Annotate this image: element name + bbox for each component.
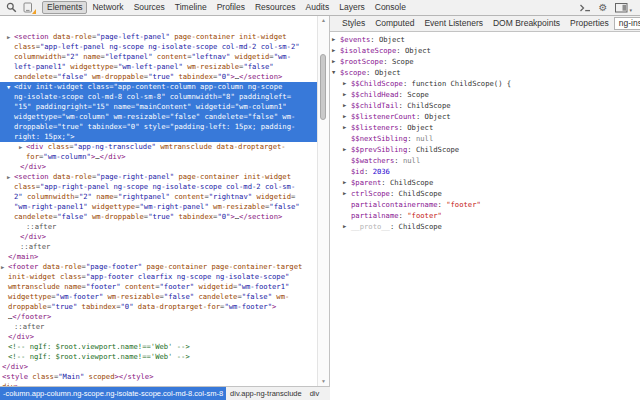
collapsed-arrow-icon[interactable]: ▶	[1, 262, 4, 272]
dock-side-icon[interactable]: ▾	[615, 3, 632, 13]
collapsed-arrow-icon[interactable]: ▶	[343, 111, 346, 122]
dom-tree-row[interactable]: init-widget class="app-footer clearfix n…	[0, 272, 317, 282]
collapsed-arrow-icon[interactable]: ▶	[332, 45, 335, 56]
dom-tree-row[interactable]: columnwidth="2" name="leftpanel" content…	[0, 52, 317, 62]
scope-property-row[interactable]: ▼$scope: Object	[330, 67, 640, 78]
tab-timeline[interactable]: Timeline	[170, 1, 212, 14]
dom-tree-row[interactable]: <!-- ngIf: $root.viewport.name!=='Web' -…	[0, 352, 317, 362]
dom-tree-row[interactable]: ▶<section data-role="page-left-panel" pa…	[0, 32, 317, 42]
sidebar-tab-properties[interactable]: Properties	[565, 17, 614, 30]
dom-tree-row[interactable]: class="app-right-panel ng-scope ng-isola…	[0, 182, 317, 192]
scope-property-row[interactable]: ▶ctrlScope: ChildScope	[330, 188, 640, 199]
dom-tree-row[interactable]: ▶<footer data-role="page-footer" page-co…	[0, 262, 317, 272]
scope-property-row[interactable]: ▶$$listeners: Object	[330, 122, 640, 133]
tab-elements[interactable]: Elements	[42, 1, 87, 14]
dom-tree-row-selected[interactable]: widgettype="wm-column" wm-resizable="fal…	[0, 112, 317, 122]
dom-tree-row[interactable]: </div>	[0, 162, 317, 172]
console-glyph	[579, 3, 591, 13]
console-drawer-icon[interactable]	[579, 0, 591, 17]
dom-tree-row-selected[interactable]: ▼<div init-widget class="app-content-col…	[0, 82, 317, 92]
scope-property-row[interactable]: ▶$$childHead: Scope	[330, 89, 640, 100]
expanded-arrow-icon[interactable]: ▼	[332, 67, 335, 78]
settings-gear-icon[interactable]: ⚙	[599, 3, 608, 13]
dock-caret-icon: ▾	[629, 7, 632, 13]
dom-tree-row[interactable]: ▶<div class="app-ng-transclude" wmtransc…	[0, 142, 317, 152]
scope-property-row[interactable]: ▶$$prevSibling: ChildScope	[330, 144, 640, 155]
tab-profiles[interactable]: Profiles	[212, 1, 250, 14]
dom-tree-row[interactable]: left-panel1" widgettype="wm-left-panel" …	[0, 62, 317, 72]
collapsed-arrow-icon[interactable]: ▶	[332, 34, 335, 45]
dom-tree-row[interactable]: ::after	[0, 222, 317, 232]
property-value: ChildScope	[407, 101, 450, 110]
collapsed-arrow-icon[interactable]: ▶	[332, 56, 335, 67]
collapsed-arrow-icon[interactable]: ▶	[343, 188, 346, 199]
scope-property-row[interactable]: ▶$isolateScope: Object	[330, 45, 640, 56]
dom-tree-row[interactable]: ▶<section data-role="page-right-panel" p…	[0, 172, 317, 182]
property-name: ctrlScope	[351, 189, 390, 198]
breadcrumb-item[interactable]: -column.app-column.ng-scope.ng-isolate-s…	[0, 387, 226, 400]
collapsed-arrow-icon[interactable]: ▶	[343, 89, 346, 100]
dom-tree-row[interactable]: <style class="Main" scoped></style>	[0, 372, 317, 382]
dom-tree-row[interactable]: widgettype="wm-footer" wm-resizable="fal…	[0, 292, 317, 302]
sidebar-tab-computed[interactable]: Computed	[370, 17, 419, 30]
collapsed-arrow-icon[interactable]: ▶	[19, 142, 22, 152]
dom-tree-row[interactable]: wmtransclude name="footer" content="foot…	[0, 282, 317, 292]
dom-tree-row[interactable]: 2" columnwidth="2" name="rightpanel" con…	[0, 192, 317, 202]
dom-tree-row[interactable]: candelete="false" wm-droppable="true" ta…	[0, 212, 317, 222]
scope-property-row[interactable]: ▶$events: Object	[330, 34, 640, 45]
dom-tree-row[interactable]: …</footer>	[0, 312, 317, 322]
scrollbar-down-arrow-icon[interactable]: ▼	[318, 377, 329, 386]
inspect-element-icon[interactable]	[4, 1, 19, 14]
scope-property-row[interactable]: ▶$$childTail: ChildScope	[330, 100, 640, 111]
breadcrumb-item[interactable]: div	[306, 387, 324, 400]
breadcrumb-item[interactable]: div.app-ng-transclude	[226, 387, 306, 400]
collapsed-arrow-icon[interactable]: ▶	[343, 122, 346, 133]
sidebar-tab-styles[interactable]: Styles	[337, 17, 370, 30]
sidebar-tab-dom-breakpoints[interactable]: DOM Breakpoints	[488, 17, 565, 30]
dom-tree-row[interactable]: </div>	[0, 362, 317, 372]
scrollbar-up-arrow-icon[interactable]: ▲	[318, 16, 329, 25]
property-value: Scope	[392, 57, 414, 66]
dom-tree-row[interactable]: class="app-left-panel ng-scope ng-isolat…	[0, 42, 317, 52]
dom-tree-row[interactable]: candelete="false" wm-droppable="true" ta…	[0, 72, 317, 82]
scope-property-row[interactable]: ▶$$ChildScope: function ChildScope() {	[330, 78, 640, 89]
tab-resources[interactable]: Resources	[250, 1, 301, 14]
property-value: null	[416, 134, 433, 143]
scope-property-row[interactable]: ▶$parent: ChildScope	[330, 177, 640, 188]
collapsed-arrow-icon[interactable]: ▶	[7, 32, 10, 42]
collapsed-arrow-icon[interactable]: ▶	[343, 221, 346, 232]
tab-layers[interactable]: Layers	[334, 1, 370, 14]
dom-tree-row-selected[interactable]: ng-isolate-scope col-md-8 col-sm-8" colu…	[0, 92, 317, 102]
collapsed-arrow-icon[interactable]: ▶	[7, 172, 10, 182]
dom-tree-row-selected[interactable]: droppable="true" tabindex="0" style="pad…	[0, 122, 317, 132]
collapsed-arrow-icon[interactable]: ▶	[343, 100, 346, 111]
scrollbar-thumb[interactable]	[320, 54, 326, 120]
elements-scrollbar[interactable]: ▲ ▼	[317, 16, 329, 386]
tab-sources[interactable]: Sources	[129, 1, 170, 14]
sidebar-tab-ng-inspect[interactable]: ng-inspect	[614, 17, 640, 30]
sidebar-tab-event-listeners[interactable]: Event Listeners	[419, 17, 488, 30]
tab-console[interactable]: Console	[370, 1, 411, 14]
property-value: ChildScope	[399, 222, 442, 231]
collapsed-arrow-icon[interactable]: ▶	[343, 78, 346, 89]
dom-tree-row[interactable]: for="wm-column">…</div>	[0, 152, 317, 162]
collapsed-arrow-icon[interactable]: ▶	[343, 144, 346, 155]
dom-tree-row[interactable]: droppable="true" tabindex="0" data-dropt…	[0, 302, 317, 312]
scope-property-row[interactable]: ▶$$listenerCount: Object	[330, 111, 640, 122]
dom-tree-row[interactable]: </div>	[0, 332, 317, 342]
dom-tree-row[interactable]: ::after	[0, 322, 317, 332]
expanded-arrow-icon[interactable]: ▼	[7, 82, 10, 92]
tab-network[interactable]: Network	[87, 1, 128, 14]
dom-tree-row[interactable]: </div>	[0, 232, 317, 242]
tab-audits[interactable]: Audits	[301, 1, 335, 14]
scope-property-row[interactable]: ▶__proto__: ChildScope	[330, 221, 640, 232]
dom-tree-row[interactable]: "wm-right-panel1" widgettype="wm-right-p…	[0, 202, 317, 212]
device-mode-icon[interactable]	[21, 1, 36, 14]
scope-property-row[interactable]: ▶$rootScope: Scope	[330, 56, 640, 67]
collapsed-arrow-icon[interactable]: ▶	[343, 177, 346, 188]
dom-tree-row[interactable]: </main>	[0, 252, 317, 262]
dom-tree-row[interactable]: <!-- ngIf: $root.viewport.name!=='Web' -…	[0, 342, 317, 352]
dom-tree-row-selected[interactable]: "15" paddingright="15" name="mainContent…	[0, 102, 317, 112]
dom-tree-row-selected[interactable]: right: 15px;">	[0, 132, 317, 142]
dom-tree-row[interactable]: ::after	[0, 242, 317, 252]
